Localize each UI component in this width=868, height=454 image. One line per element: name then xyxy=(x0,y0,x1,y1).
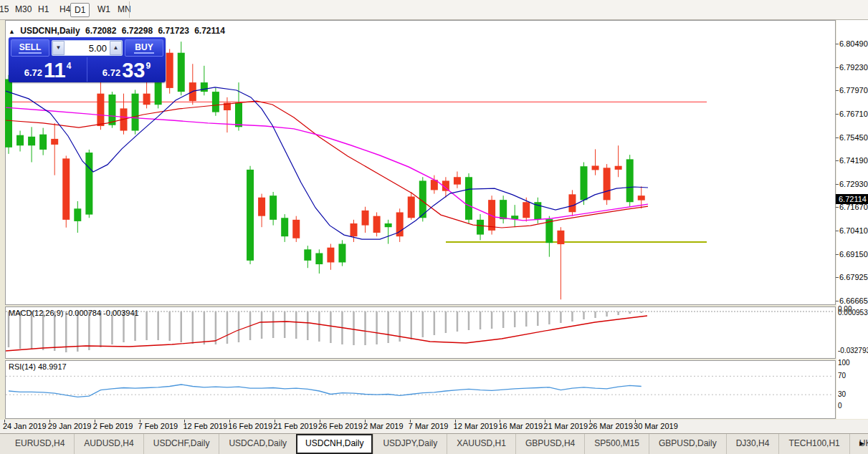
tab-scroll-right-icon[interactable]: ▶ xyxy=(859,440,864,447)
date-axis-label: 24 Jan 2019 xyxy=(3,422,47,430)
price-axis-tick xyxy=(836,277,839,278)
date-axis-tick xyxy=(275,420,275,422)
date-axis-tick xyxy=(229,420,230,422)
chart-tab-ukoil-[interactable]: UKOil, xyxy=(849,434,868,454)
buy-price-display[interactable]: 6.72 33 9 xyxy=(87,57,166,82)
volume-decrease-button[interactable]: ▼ xyxy=(52,41,65,55)
chart-tab-dj30-h4[interactable]: DJ30,H4 xyxy=(726,434,779,454)
price-axis-label: 6.69150 xyxy=(839,250,868,259)
toolbar-separator xyxy=(129,1,130,18)
price-axis-label: 6.77970 xyxy=(839,86,868,95)
price-axis-label: 6.80490 xyxy=(839,39,868,48)
date-axis-tick xyxy=(455,420,456,422)
date-axis-label: 2 Feb 2019 xyxy=(93,422,133,430)
date-axis-label: 16 Feb 2019 xyxy=(228,422,272,430)
chart-tab-tech100-h1[interactable]: TECH100,H1 xyxy=(778,434,849,454)
chart-tab-usdjpy-daily[interactable]: USDJPY,Daily xyxy=(373,434,447,454)
date-axis-tick xyxy=(500,420,500,422)
date-axis-label: 21 Feb 2019 xyxy=(273,422,318,430)
price-axis-label: 6.76710 xyxy=(839,110,868,118)
date-axis-tick xyxy=(590,420,591,422)
sell-button[interactable]: SELL xyxy=(11,39,49,57)
volume-stepper: ▼ ▲ xyxy=(52,40,123,56)
price-axis-label: 6.74190 xyxy=(839,156,868,165)
price-axis-tick xyxy=(836,137,839,138)
date-axis-label: 2 Mar 2019 xyxy=(363,422,404,430)
date-axis-label: 7 Mar 2019 xyxy=(409,422,449,430)
price-axis-tick xyxy=(836,160,839,161)
date-axis-tick xyxy=(4,420,5,422)
timeframe-button-w1[interactable]: W1 xyxy=(94,3,114,16)
chart-tab-audusd-h4[interactable]: AUDUSD,H4 xyxy=(74,434,143,454)
mt4-window: 15M30H1H4D1W1MN ▲ USDCNH,Daily 6.72082 6… xyxy=(0,0,868,454)
macd-axis-top: 0.000953 xyxy=(838,309,868,317)
price-axis-tick xyxy=(836,231,839,231)
price-axis-tick xyxy=(836,207,839,208)
rsi-label: RSI(14) 48.9917 xyxy=(9,362,67,371)
rsi-axis-label: 30 xyxy=(838,390,846,398)
timeframe-button-h1[interactable]: H1 xyxy=(34,3,52,16)
rsi-pane[interactable] xyxy=(5,360,836,419)
timeframe-button-d1[interactable]: D1 xyxy=(70,3,90,17)
chart-symbol-title: USDCNH,Daily xyxy=(20,26,80,36)
chart-tab-xauusd-h1[interactable]: XAUUSD,H1 xyxy=(447,434,515,454)
date-axis-label: 12 Feb 2019 xyxy=(183,422,227,430)
macd-label: MACD(12,26,9) -0.000784 -0.003941 xyxy=(9,309,139,317)
date-axis-tick xyxy=(95,420,95,422)
price-axis-tick xyxy=(836,67,839,68)
price-axis-label: 6.79230 xyxy=(839,63,868,72)
chart-tab-bar: EURUSD,H4AUDUSD,H4USDCHF,DailyUSDCAD,Dai… xyxy=(0,434,868,454)
chart-tab-usdchf-daily[interactable]: USDCHF,Daily xyxy=(143,434,219,454)
macd-axis-bottom: -0.032793 xyxy=(838,347,868,354)
volume-increase-button[interactable]: ▲ xyxy=(110,41,122,55)
sell-price-display[interactable]: 6.72 11 4 xyxy=(9,57,87,82)
date-axis-tick xyxy=(635,420,636,422)
timeframe-button-m30[interactable]: M30 xyxy=(11,3,35,16)
buy-button[interactable]: BUY xyxy=(125,39,163,57)
date-axis[interactable]: 24 Jan 201929 Jan 20192 Feb 20197 Feb 20… xyxy=(0,420,868,434)
chart-tab-eurusd-h4[interactable]: EURUSD,H4 xyxy=(6,434,74,454)
date-axis-tick xyxy=(545,420,545,422)
timeframe-button-mn[interactable]: MN xyxy=(114,3,135,16)
date-axis-tick xyxy=(140,420,140,422)
chart-tab-gbpusd-h4[interactable]: GBPUSD,H4 xyxy=(515,434,584,454)
collapse-arrow-icon[interactable]: ▲ xyxy=(9,28,15,35)
chart-tab-sp500-m15[interactable]: SP500,M15 xyxy=(584,434,649,454)
timeframe-button-15[interactable]: 15 xyxy=(0,3,12,16)
volume-input[interactable] xyxy=(65,41,110,55)
date-axis-label: 26 Feb 2019 xyxy=(318,422,363,430)
date-axis-tick xyxy=(365,420,366,422)
date-axis-label: 29 Jan 2019 xyxy=(48,422,92,430)
date-axis-label: 30 Mar 2019 xyxy=(634,422,678,430)
rsi-axis-label: 0 xyxy=(838,402,842,410)
chart-tab-usdcnh-daily[interactable]: USDCNH,Daily xyxy=(296,434,373,454)
price-axis-tick xyxy=(836,254,839,255)
price-axis-tick xyxy=(836,301,839,301)
price-axis-label: 6.70410 xyxy=(839,226,868,235)
date-axis-label: 26 Mar 2019 xyxy=(588,422,633,430)
price-axis-tick xyxy=(836,184,839,185)
current-price-badge: 6.72114 xyxy=(836,194,868,204)
date-axis-label: 16 Mar 2019 xyxy=(498,422,543,430)
chart-tab-gbpusd-daily[interactable]: GBPUSD,Daily xyxy=(649,434,726,454)
rsi-axis-label: 70 xyxy=(838,372,846,380)
ohlc-open: 6.72082 xyxy=(85,26,116,36)
price-axis-label: 6.75450 xyxy=(839,133,868,142)
ohlc-high: 6.72298 xyxy=(122,26,153,36)
chart-tab-usdcad-daily[interactable]: USDCAD,Daily xyxy=(219,434,296,454)
rsi-axis-label: 100 xyxy=(838,359,850,367)
price-axis-label: 6.67925 xyxy=(839,273,868,281)
date-axis-label: 7 Feb 2019 xyxy=(138,422,178,430)
price-axis-tick xyxy=(836,44,839,44)
price-axis-label: 6.66665 xyxy=(839,296,868,305)
date-axis-tick xyxy=(184,420,185,422)
ohlc-low: 6.71723 xyxy=(158,26,189,36)
one-click-trading-widget: SELL ▼ ▲ BUY 6.72 11 4 6.72 33 9 xyxy=(9,37,166,82)
date-axis-tick xyxy=(410,420,411,422)
price-axis-label: 6.71670 xyxy=(839,203,868,211)
timeframe-toolbar: 15M30H1H4D1W1MN xyxy=(0,0,868,20)
date-axis-tick xyxy=(49,420,50,422)
date-axis-tick xyxy=(320,420,320,422)
price-axis-tick xyxy=(836,90,839,91)
ohlc-close: 6.72114 xyxy=(194,26,225,36)
